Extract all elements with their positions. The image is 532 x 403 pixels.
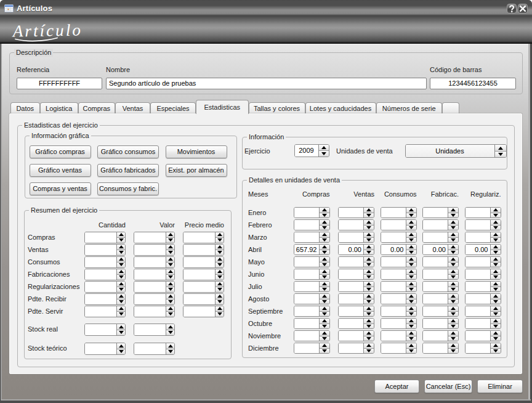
svg-text:Artículo: Artículo xyxy=(12,21,81,41)
